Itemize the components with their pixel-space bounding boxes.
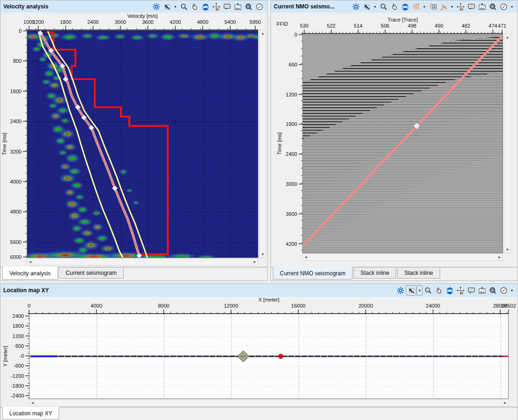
scroll-left-icon[interactable]: ◄ xyxy=(303,254,309,260)
nmo-horizontal-scrollbar[interactable]: ◄ ► xyxy=(302,254,503,261)
tab-velocity-analysis[interactable]: Velocity analysis xyxy=(2,267,58,280)
location-map-plot[interactable] xyxy=(29,314,509,399)
comment-bubble-icon[interactable] xyxy=(222,1,232,12)
selected-point-marker xyxy=(278,354,283,359)
svg-text:Y [meter]: Y [meter] xyxy=(2,346,8,367)
location-map-panel: Location map XY ▾@▾ X [meter]04000800012… xyxy=(0,283,518,420)
select-mode-icon[interactable] xyxy=(406,285,416,295)
svg-text:5400: 5400 xyxy=(225,19,236,25)
select-mode-dropdown-icon[interactable]: ▾ xyxy=(173,1,178,12)
scroll-left-icon[interactable]: ◄ xyxy=(27,259,33,265)
scroll-right-icon[interactable]: ► xyxy=(496,254,503,260)
export-image-icon[interactable] xyxy=(233,1,243,12)
zoom-magnifier-icon[interactable] xyxy=(179,1,189,12)
nmo-seismogram-plot[interactable] xyxy=(302,34,503,253)
map-x-axis: X [meter]0400080001200016000200002400028… xyxy=(29,296,509,314)
compass-icon[interactable] xyxy=(498,285,509,295)
svg-text:1800: 1800 xyxy=(13,323,24,329)
nmo-panel-header: Current NMO seismo... ▾▾▾@▾ xyxy=(271,0,518,13)
velocity-vertical-scrollbar[interactable]: ▲ ▼ xyxy=(259,30,266,258)
select-mode-icon[interactable] xyxy=(162,1,172,12)
mouse-tool-icon[interactable] xyxy=(189,1,200,12)
svg-text:3200: 3200 xyxy=(10,149,22,155)
wiggle-table-icon[interactable] xyxy=(428,1,438,12)
layers-icon[interactable] xyxy=(200,1,210,12)
scroll-left-icon[interactable]: ◄ xyxy=(30,400,36,406)
select-mode-icon[interactable] xyxy=(361,1,372,12)
comment-bubble-icon[interactable] xyxy=(466,1,476,12)
scroll-down-icon[interactable]: ▼ xyxy=(504,247,510,253)
tab-current-nmo-seismogram[interactable]: Current NMO seismogram xyxy=(273,267,353,280)
compass-icon[interactable] xyxy=(254,1,264,12)
layers-icon[interactable] xyxy=(400,1,410,12)
scroll-right-icon[interactable]: ► xyxy=(502,400,508,406)
svg-text:474: 474 xyxy=(488,23,497,29)
svg-text:498: 498 xyxy=(408,23,416,29)
svg-text:4800: 4800 xyxy=(197,19,208,25)
svg-text:Time [ms]: Time [ms] xyxy=(277,133,282,155)
svg-text:24000: 24000 xyxy=(426,303,440,309)
svg-text:1600: 1600 xyxy=(10,88,22,94)
layers-icon[interactable] xyxy=(444,285,455,295)
nmo-seismogram-panel: Current NMO seismo... ▾▾▾@▾ FFID Trace [… xyxy=(270,0,518,281)
comment-bubble-icon[interactable] xyxy=(466,285,476,295)
scroll-right-icon[interactable]: ► xyxy=(252,259,258,265)
svg-text:20000: 20000 xyxy=(359,303,373,309)
zoom-at-icon[interactable]: @ xyxy=(488,285,498,295)
svg-text:3600: 3600 xyxy=(142,19,153,25)
compass-dropdown-icon[interactable]: ▾ xyxy=(509,285,515,295)
tab-stack-inline[interactable]: Stack inline xyxy=(353,267,396,279)
compass-icon[interactable] xyxy=(498,1,509,12)
move-crosshair-icon[interactable] xyxy=(455,1,465,12)
settings-gear-icon[interactable] xyxy=(351,1,361,12)
map-horizontal-scrollbar[interactable]: ◄ ► xyxy=(29,399,509,406)
svg-text:1800: 1800 xyxy=(60,19,71,25)
zoom-at-icon[interactable]: @ xyxy=(243,1,254,12)
svg-text:Velocity [m/s]: Velocity [m/s] xyxy=(128,13,158,19)
export-image-icon[interactable] xyxy=(477,1,487,12)
nmo-toolbar: ▾▾▾@▾ xyxy=(351,1,515,12)
scroll-up-icon[interactable]: ▲ xyxy=(504,34,510,40)
settings-gear-icon[interactable] xyxy=(151,1,161,12)
settings-gear-icon[interactable] xyxy=(395,285,405,295)
tab-location-map-xy[interactable]: Location map XY xyxy=(2,407,59,420)
nmo-velocity-function-line xyxy=(304,35,503,245)
svg-text:12000: 12000 xyxy=(224,303,239,309)
nmo-vertical-scrollbar[interactable]: ▲ ▼ xyxy=(504,34,511,253)
svg-text:1200: 1200 xyxy=(13,333,24,339)
wiggle-traces-dropdown-icon[interactable]: ▾ xyxy=(421,1,427,12)
tab-label: Location map XY xyxy=(9,410,52,417)
tab-stack-inline[interactable]: Stack inline xyxy=(397,267,440,279)
velocity-semblance-plot[interactable] xyxy=(27,30,258,258)
svg-text:@: @ xyxy=(246,3,251,8)
wiggle-traces-icon[interactable] xyxy=(411,1,421,12)
zoom-magnifier-icon[interactable] xyxy=(423,285,433,295)
svg-text:8000: 8000 xyxy=(158,303,169,309)
velocity-horizontal-scrollbar[interactable]: ◄ ► xyxy=(27,258,258,265)
select-mode-dropdown-icon[interactable]: ▾ xyxy=(372,1,378,12)
mouse-tool-icon[interactable] xyxy=(434,285,444,295)
svg-text:5600: 5600 xyxy=(10,239,22,245)
svg-text:4000: 4000 xyxy=(90,303,102,309)
move-crosshair-icon[interactable] xyxy=(211,1,221,12)
svg-text:600: 600 xyxy=(15,343,24,349)
svg-text:-1200: -1200 xyxy=(11,373,24,379)
compass-dropdown-icon[interactable]: ▾ xyxy=(509,1,515,12)
svg-text:Time [ms]: Time [ms] xyxy=(1,133,7,155)
mouse-tool-icon[interactable] xyxy=(389,1,399,12)
svg-text:600: 600 xyxy=(289,62,297,67)
scroll-up-icon[interactable]: ▲ xyxy=(260,30,266,37)
select-mode-dropdown-icon[interactable]: ▾ xyxy=(417,285,422,295)
tab-label: Stack inline xyxy=(360,270,389,276)
amplitude-curve-icon[interactable] xyxy=(438,1,449,12)
zoom-at-icon[interactable]: @ xyxy=(488,1,498,12)
scroll-down-icon[interactable]: ▼ xyxy=(260,251,266,258)
tab-current-seismogram[interactable]: Current seismogram xyxy=(59,267,124,279)
svg-text:2400: 2400 xyxy=(13,313,24,319)
svg-text:506: 506 xyxy=(381,23,389,29)
amplitude-curve-dropdown-icon[interactable]: ▾ xyxy=(449,1,455,12)
zoom-magnifier-icon[interactable] xyxy=(378,1,389,12)
svg-text:490: 490 xyxy=(435,23,443,29)
export-image-icon[interactable] xyxy=(477,285,487,295)
move-crosshair-icon[interactable] xyxy=(455,285,465,295)
